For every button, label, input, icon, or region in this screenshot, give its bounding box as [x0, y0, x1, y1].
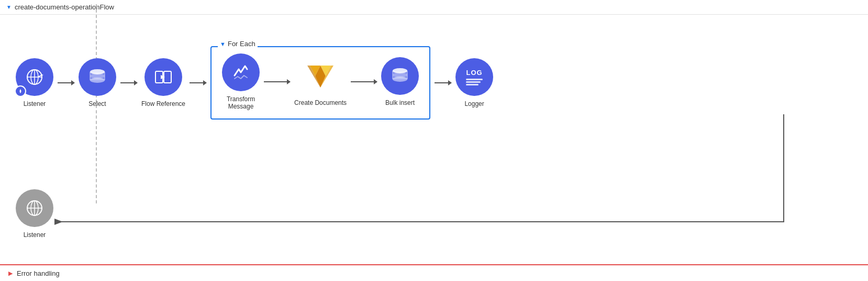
arrow-line-3: [190, 82, 206, 83]
for-each-chevron-icon[interactable]: ▼: [220, 41, 226, 47]
arrow-4: [264, 81, 290, 82]
for-each-label: ▼ For Each: [218, 40, 258, 48]
create-docs-circle: [302, 57, 339, 95]
bulk-insert-label: Bulk insert: [385, 99, 415, 106]
listener-sub-icon: [15, 85, 26, 97]
transform-circle: [222, 53, 260, 91]
flow-reference-label: Flow Reference: [141, 100, 185, 107]
select-circle: [79, 58, 116, 96]
for-each-text: For Each: [228, 40, 255, 48]
listener-node[interactable]: Listener: [16, 58, 53, 107]
arrow-line-4: [264, 81, 290, 82]
bulk-insert-db-icon: [390, 66, 410, 87]
svg-point-24: [393, 72, 407, 78]
bottom-listener-node[interactable]: Listener: [16, 189, 53, 239]
arrow-line-1: [58, 82, 74, 83]
bulk-insert-circle: [381, 57, 419, 95]
flow-area: Listener Select: [0, 15, 868, 262]
listener-circle: [16, 58, 53, 96]
flow-reference-node[interactable]: Flow Reference: [141, 58, 185, 107]
arrow-line-5: [351, 81, 377, 82]
logger-circle: LOG: [455, 58, 493, 96]
arrow-line-2: [120, 82, 137, 83]
bottom-listener-circle: [16, 189, 53, 227]
bottom-listener-label: Listener: [24, 231, 46, 239]
flow-title: create-documents-operationFlow: [15, 3, 114, 11]
flow-ref-icon: [153, 67, 173, 87]
logger-label: Logger: [464, 100, 484, 107]
db-icon: [87, 67, 108, 88]
vuetify-icon: [305, 60, 336, 92]
select-node[interactable]: Select: [79, 58, 116, 107]
flow-ref-circle: [144, 58, 182, 96]
logger-icon: LOG: [466, 69, 483, 85]
bulk-insert-node[interactable]: Bulk insert: [381, 57, 419, 106]
arrow-1: [58, 82, 74, 83]
error-play-icon: ▶: [8, 270, 13, 277]
arrow-3: [190, 82, 206, 83]
select-label: Select: [88, 100, 106, 107]
arrow-5: [351, 81, 377, 82]
flow-header: ▼ create-documents-operationFlow: [0, 0, 868, 15]
return-path: [57, 114, 784, 222]
arrow-2: [120, 82, 137, 83]
logger-node[interactable]: LOG Logger: [455, 58, 493, 107]
svg-point-9: [90, 73, 105, 79]
bottom-globe-icon: [25, 199, 44, 218]
log-lines: [466, 79, 483, 85]
transform-message-node[interactable]: Transform Message: [222, 53, 260, 110]
listener-label: Listener: [24, 100, 46, 107]
globe-icon: [25, 68, 44, 87]
bottom-row: Listener: [16, 189, 53, 239]
for-each-container: ▼ For Each Transform Message: [210, 46, 430, 120]
main-flow-row: Listener Select: [16, 46, 852, 120]
create-documents-label: Create Documents: [294, 99, 347, 106]
transform-icon: [230, 62, 251, 83]
arrow-line-6: [435, 82, 451, 83]
transform-label: Transform Message: [227, 95, 255, 110]
svg-rect-13: [164, 71, 171, 83]
flow-chevron-icon[interactable]: ▼: [6, 4, 12, 10]
create-documents-node[interactable]: Create Documents: [294, 57, 347, 106]
error-footer[interactable]: ▶ Error handling: [0, 264, 868, 281]
arrow-6: [435, 82, 451, 83]
canvas: ▼ create-documents-operationFlow: [0, 0, 868, 281]
error-handling-label: Error handling: [17, 269, 60, 277]
